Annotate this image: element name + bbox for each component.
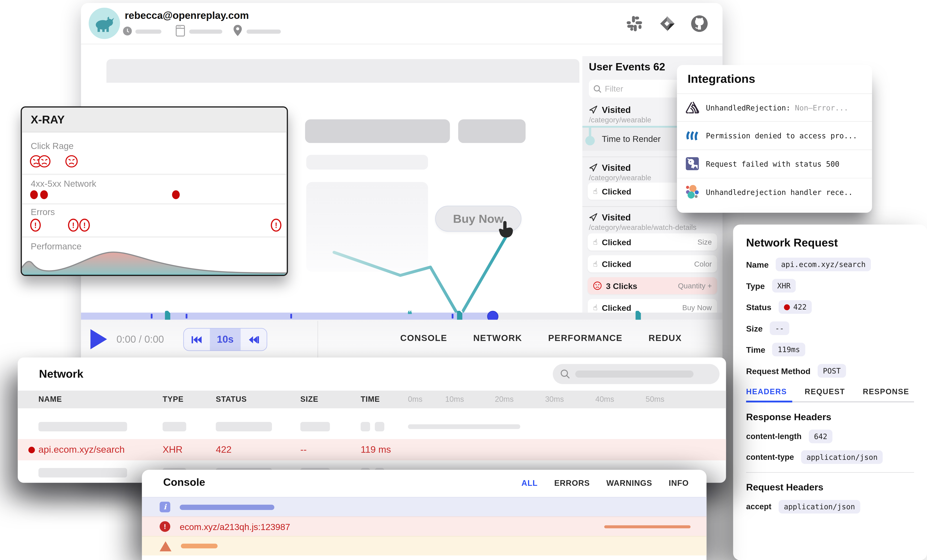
location-pin-icon <box>234 25 242 36</box>
jira-icon[interactable] <box>658 15 676 32</box>
play-button[interactable] <box>90 329 107 349</box>
timeline-event-tick[interactable] <box>452 314 453 319</box>
rhino-icon <box>94 14 115 32</box>
integration-message: Unhandledrejection handler rece.. <box>706 188 853 196</box>
error-marker-icon[interactable]: ! <box>271 219 281 232</box>
browser-icon <box>175 25 185 36</box>
event-url: /category/wearable <box>589 116 651 124</box>
timeline-event-tick[interactable] <box>151 314 152 319</box>
tab-performance[interactable]: PERFORMANCE <box>548 332 623 343</box>
field-time: Time 119ms <box>746 343 914 356</box>
header-value: application/json <box>778 500 860 513</box>
tab-redux[interactable]: REDUX <box>649 332 682 343</box>
tab-headers[interactable]: HEADERS <box>746 387 787 396</box>
cell-skeleton <box>216 422 272 431</box>
col-time[interactable]: TIME <box>361 395 380 404</box>
event-label: Clicked <box>602 237 631 247</box>
tab-network[interactable]: NETWORK <box>473 332 522 343</box>
error-marker-icon[interactable]: ! <box>79 219 90 232</box>
error-marker-icon[interactable]: ! <box>30 219 41 232</box>
avatar <box>89 8 120 39</box>
xray-network-label: 4xx-5xx Network <box>31 179 96 189</box>
header-value: application/json <box>801 451 883 464</box>
col-name[interactable]: NAME <box>38 395 62 404</box>
field-label: Type <box>746 281 765 290</box>
time-to-render-label: Time to Render <box>602 134 661 144</box>
datadog-icon <box>685 156 699 171</box>
field-value: -- <box>770 322 789 335</box>
timeline-event-tick[interactable] <box>185 314 187 319</box>
field-label: Time <box>746 345 765 354</box>
search-icon <box>561 369 570 379</box>
tab-warnings[interactable]: WARNINGS <box>606 479 652 487</box>
header-content-length: content-length 642 <box>746 429 914 443</box>
field-status: Status 422 <box>746 300 914 314</box>
angry-face-icon[interactable] <box>38 155 51 168</box>
event-label: Visited <box>602 162 631 173</box>
angry-face-icon[interactable] <box>65 155 78 168</box>
field-value: 119ms <box>772 343 805 356</box>
timeline-played <box>81 313 492 320</box>
tab-all[interactable]: ALL <box>521 479 538 487</box>
network-error-dot[interactable] <box>40 190 48 199</box>
network-error-dot[interactable] <box>172 190 180 199</box>
network-row-error[interactable]: api.ecom.xyz/search XHR 422 -- 119 ms <box>18 439 726 460</box>
tab-response[interactable]: RESPONSE <box>863 387 909 396</box>
error-dot <box>28 447 35 453</box>
col-size[interactable]: SIZE <box>300 395 318 404</box>
divider <box>22 203 287 205</box>
skip-amount-label: 10s <box>210 329 241 351</box>
performance-sparkline <box>22 250 287 275</box>
console-row-info[interactable]: i <box>142 497 707 516</box>
xray-performance-label: Performance <box>31 241 82 251</box>
tab-console[interactable]: CONSOLE <box>400 332 447 343</box>
integration-row-sentry[interactable]: UnhandledRejection: Non—Error... <box>677 93 872 121</box>
network-row-skeleton[interactable] <box>18 417 726 437</box>
col-status[interactable]: STATUS <box>216 395 247 404</box>
cell-skeleton <box>375 422 384 431</box>
timeline-marker-icon[interactable] <box>165 311 170 321</box>
timeline-event-tick[interactable] <box>290 314 292 319</box>
skip-forward-button[interactable] <box>241 329 267 351</box>
integration-row-waves[interactable]: Permission denied to access pro... <box>677 121 872 149</box>
col-type[interactable]: TYPE <box>163 395 184 404</box>
header-accept: accept application/json <box>746 500 914 513</box>
network-error-dot[interactable] <box>30 190 38 199</box>
event-clicked-color[interactable]: ☝ Clicked Color <box>588 255 717 272</box>
integration-row-datadog[interactable]: Request failed with status 500 <box>677 149 872 177</box>
event-target: Quantity + <box>678 282 712 290</box>
tab-info[interactable]: INFO <box>669 479 689 487</box>
page-image-skeleton <box>306 182 428 272</box>
annotation-quote-icon[interactable]: ❝ <box>407 309 412 320</box>
session-location-skeleton <box>246 30 281 34</box>
replay-timeline[interactable]: ❝ <box>81 313 722 320</box>
integrations-panel: Integrations UnhandledRejection: Non—Err… <box>677 65 872 213</box>
network-search[interactable] <box>553 364 719 384</box>
slack-icon[interactable] <box>626 15 643 32</box>
error-marker-icon[interactable]: ! <box>68 219 79 232</box>
console-row-warning[interactable] <box>142 536 707 555</box>
event-clicked-size[interactable]: ☝ Clicked Size <box>588 234 717 250</box>
navigate-icon <box>589 163 597 172</box>
event-visited-2[interactable]: Visited <box>589 162 631 173</box>
network-request-title: Network Request <box>746 237 914 249</box>
event-label: Clicked <box>602 259 631 269</box>
integration-row-elastic[interactable]: Unhandledrejection handler rece.. <box>677 178 872 206</box>
console-row-error[interactable]: ! ecom.xyz/a213qh.js:123987 <box>142 516 707 536</box>
header-value: 642 <box>809 429 833 443</box>
user-events-title: User Events 62 <box>589 61 665 73</box>
tab-request[interactable]: REQUEST <box>805 387 845 396</box>
timeline-dot <box>585 136 595 146</box>
skip-back-button[interactable] <box>184 329 210 351</box>
event-rage-clicks[interactable]: 3 Clicks Quantity + <box>588 277 717 294</box>
event-visited-3[interactable]: Visited <box>589 212 631 222</box>
github-icon[interactable] <box>690 15 708 32</box>
tick-20ms: 20ms <box>495 395 514 404</box>
request-detail-tabs: HEADERS REQUEST RESPONSE <box>746 387 914 402</box>
event-target: Size <box>698 238 712 246</box>
timeline-marker-icon[interactable] <box>635 311 641 321</box>
tab-errors[interactable]: ERRORS <box>554 479 590 487</box>
divider <box>22 174 287 175</box>
timeline-marker-icon[interactable] <box>457 311 462 321</box>
event-visited-1[interactable]: Visited <box>589 105 631 115</box>
